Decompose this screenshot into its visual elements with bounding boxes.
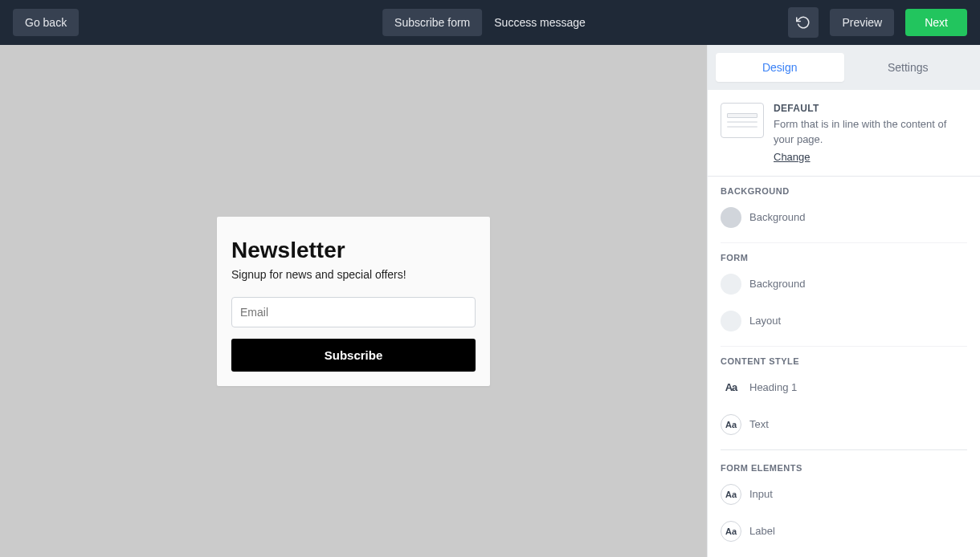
heading-form-elements: FORM ELEMENTS	[721, 463, 967, 473]
form-title[interactable]: Newsletter	[231, 238, 476, 263]
option-label: Heading 1	[749, 381, 797, 393]
option-label-field[interactable]: Aa Label	[721, 518, 839, 545]
form-subtitle[interactable]: Signup for news and special offers!	[231, 268, 476, 281]
default-template-thumb	[721, 103, 764, 138]
heading-background: BACKGROUND	[721, 186, 967, 196]
color-swatch-icon	[721, 207, 741, 228]
next-button[interactable]: Next	[905, 9, 967, 36]
history-button[interactable]	[788, 7, 819, 38]
option-form-layout[interactable]: Layout	[721, 307, 839, 335]
tab-success-message[interactable]: Success message	[482, 9, 598, 36]
preview-button[interactable]: Preview	[830, 9, 894, 36]
option-label: Label	[749, 525, 775, 537]
typography-icon: Aa	[721, 414, 741, 435]
newsletter-form-card[interactable]: Newsletter Signup for news and special o…	[217, 217, 490, 386]
typography-icon: Aa	[721, 521, 741, 542]
subscribe-button[interactable]: Subscribe	[231, 339, 476, 372]
main-area: Newsletter Signup for news and special o…	[0, 45, 980, 557]
sidebar-tabs-wrap: Design Settings	[708, 45, 980, 90]
option-page-background[interactable]: Background	[721, 204, 839, 231]
color-swatch-icon	[721, 274, 741, 295]
sidebar-tab-design[interactable]: Design	[716, 53, 844, 82]
design-sidebar: Design Settings DEFAULT Form that is in …	[707, 45, 980, 557]
option-label: Input	[749, 488, 773, 500]
email-input[interactable]	[231, 297, 476, 327]
layout-swatch-icon	[721, 311, 741, 331]
option-heading-1[interactable]: Aa Heading 1	[721, 374, 839, 401]
change-template-link[interactable]: Change	[774, 151, 811, 163]
typography-icon: Aa	[721, 484, 741, 505]
typography-icon: Aa	[721, 377, 741, 398]
option-label: Layout	[749, 315, 781, 327]
option-input[interactable]: Aa Input	[721, 481, 839, 508]
heading-form: FORM	[721, 253, 967, 262]
go-back-button[interactable]: Go back	[13, 9, 79, 36]
header-bar: Go back Subscribe form Success message P…	[0, 0, 980, 45]
option-label: Background	[749, 211, 805, 223]
header-center-tabs: Subscribe form Success message	[382, 9, 598, 36]
option-label: Text	[749, 418, 769, 430]
option-text[interactable]: Aa Text	[721, 411, 839, 438]
history-icon	[796, 15, 811, 30]
heading-content-style: CONTENT STYLE	[721, 356, 967, 366]
canvas: Newsletter Signup for news and special o…	[0, 45, 707, 557]
option-form-background[interactable]: Background	[721, 270, 839, 298]
default-template-section: DEFAULT Form that is in line with the co…	[708, 90, 980, 177]
default-desc: Form that is in line with the content of…	[774, 117, 967, 148]
default-label: DEFAULT	[774, 103, 967, 114]
sidebar-tab-settings[interactable]: Settings	[844, 53, 973, 82]
section-form-elements: FORM ELEMENTS Aa Input Aa Label Aa Check…	[708, 453, 980, 557]
option-label: Background	[749, 278, 805, 290]
section-background: BACKGROUND Background FORM Background La…	[708, 177, 980, 453]
tab-subscribe-form[interactable]: Subscribe form	[382, 9, 482, 36]
